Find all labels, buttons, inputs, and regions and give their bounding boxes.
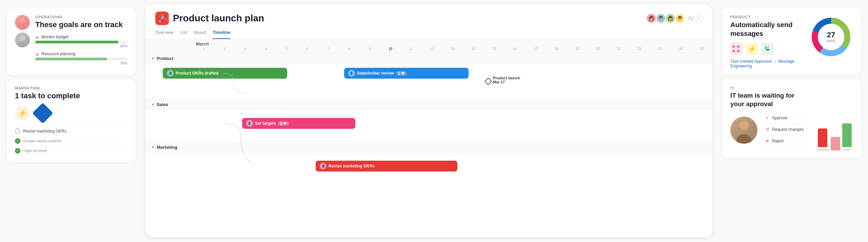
timeline-title-left: 🚀 Product launch plan	[155, 12, 264, 25]
day-15: 15	[484, 47, 505, 52]
bc-label-1: Planning	[817, 148, 829, 152]
task-list: Revise marketing OKRs Create social cont…	[15, 126, 127, 156]
approval-approve[interactable]: ✓ Approve	[762, 113, 807, 123]
bolt-icon: ⚡	[15, 106, 30, 121]
svg-rect-5	[765, 50, 767, 52]
bar-chart: Planning Sales	[815, 124, 853, 152]
day-21: 21	[608, 47, 629, 52]
progress-bg-2	[35, 58, 127, 60]
milestone-product: Product launchMar 17	[486, 79, 491, 84]
reject-label: Reject	[772, 139, 784, 143]
product-content: PRODUCT Automatically send messages ⚡	[730, 15, 804, 68]
chevron-marketing: ▼	[151, 145, 155, 149]
bar-label-1: Product OKRs drafted	[176, 71, 218, 76]
goal-resource-planning: Resource planning 78%	[35, 52, 127, 65]
integration-icons: ⚡	[730, 43, 804, 55]
swimlane-product: ▼ Product 👤 Product OKRs drafted 👤 Stake…	[146, 53, 712, 99]
approval-request-changes[interactable]: ↺ Request changes	[762, 124, 807, 135]
request-changes-icon: ↺	[765, 127, 769, 132]
day-22: 22	[629, 47, 650, 52]
marketing-title: 1 task to complete	[15, 92, 127, 100]
bar-revise-marketing[interactable]: 👤 Revise marketing OKRs	[316, 161, 457, 172]
marketing-header: MARKETING 1 task to complete	[15, 86, 127, 100]
swimlane-marketing: ▼ Marketing 👤 Revise marketing OKRs	[146, 141, 712, 184]
operations-section-label: OPERATIONS	[35, 15, 127, 19]
bc-bar-1	[818, 128, 827, 147]
bar-label-3: Set targets	[255, 121, 276, 126]
tab-timeline[interactable]: Timeline	[213, 30, 231, 39]
day-5: 5	[276, 47, 297, 52]
day-16: 16	[505, 47, 525, 52]
chevron-product: ▼	[151, 57, 155, 60]
it-avatar-row: ✓ Approve ↺ Request changes ✕ Reject	[730, 113, 810, 147]
donut-label: tasks	[827, 39, 835, 43]
check-empty-icon	[15, 128, 20, 134]
ops-content: OPERATIONS These goals are on track Moni…	[35, 15, 127, 68]
tab-list[interactable]: List	[180, 30, 187, 39]
it-avatar	[730, 117, 757, 144]
bar-stakeholder[interactable]: 👤 Stakeholder review 1 💬	[344, 68, 469, 79]
it-section-label: IT	[730, 86, 810, 90]
it-approvals: ✓ Approve ↺ Request changes ✕ Reject	[762, 113, 807, 147]
bar-product-okrs[interactable]: 👤 Product OKRs drafted	[163, 68, 287, 79]
task-item-2[interactable]: Create social content	[15, 136, 127, 146]
left-panel: OPERATIONS These goals are on track Moni…	[0, 0, 142, 242]
bc-bar-2	[831, 137, 840, 150]
bar-badge-2: 2 💬	[278, 121, 289, 126]
goal-label-2: Resource planning	[41, 52, 75, 56]
svg-point-1	[18, 24, 27, 30]
operations-card: OPERATIONS These goals are on track Moni…	[7, 8, 136, 75]
add-member-button[interactable]: +	[694, 14, 703, 22]
bar-avatar-1: 👤	[167, 70, 174, 77]
swimlane-body-product: 👤 Product OKRs drafted 👤 Stakeholder rev…	[146, 64, 712, 98]
member-count: 71	[688, 16, 693, 21]
reject-icon: ✕	[765, 138, 769, 144]
it-content: IT IT team is waiting for your approval …	[730, 86, 810, 152]
svg-point-0	[19, 17, 25, 23]
task-item-3[interactable]: Align on brief	[15, 146, 127, 156]
swimlane-body-sales: 👤 Set targets 2 💬	[146, 110, 712, 141]
right-panel: PRODUCT Automatically send messages ⚡	[715, 0, 868, 242]
marketing-card: MARKETING 1 task to complete ⚡ Revise ma…	[7, 79, 136, 162]
approval-reject[interactable]: ✕ Reject	[762, 136, 807, 146]
member-avatar-1: 👩	[646, 13, 656, 23]
day-19: 19	[567, 47, 588, 52]
zapier-icon: ⚡	[746, 43, 758, 55]
bar-set-targets[interactable]: 👤 Set targets 2 💬	[242, 118, 355, 129]
it-title: IT team is waiting for your approval	[730, 92, 810, 108]
task-item-1[interactable]: Revise marketing OKRs	[15, 126, 127, 136]
tab-board[interactable]: Board	[194, 30, 206, 39]
swimlane-header-product[interactable]: ▼ Product	[146, 53, 712, 64]
product-card: PRODUCT Automatically send messages ⚡	[722, 8, 861, 75]
timeline-title-row: 🚀 Product launch plan 👩 👨 👩 👨 71 +	[155, 12, 703, 25]
svg-rect-6	[767, 49, 770, 51]
approve-label: Approve	[772, 116, 787, 120]
swimlane-header-sales[interactable]: ▼ Sales	[146, 99, 712, 110]
timeline-ruler: March 1 2 3 4 5 6 7 8 9 10 11 12 13 14 1…	[146, 39, 712, 53]
product-action[interactable]: Task marked Approved → Message Engineeri…	[730, 59, 804, 68]
progress-label-1: 90%	[35, 44, 127, 48]
task-label-2: Create social content	[23, 139, 61, 143]
it-card: IT IT team is waiting for your approval …	[722, 79, 861, 158]
operations-title: These goals are on track	[35, 20, 127, 29]
avatar-2	[15, 33, 30, 47]
member-avatar-3: 👩	[665, 13, 675, 23]
progress-fill-1	[35, 41, 118, 43]
approve-icon: ✓	[765, 115, 769, 121]
day-13: 13	[442, 47, 463, 52]
task-label-1: Revise marketing OKRs	[23, 129, 66, 134]
avatar-1	[15, 15, 30, 30]
day-11: 11	[401, 47, 421, 52]
swimlane-header-marketing[interactable]: ▼ Marketing	[146, 141, 712, 153]
request-changes-label: Request changes	[772, 127, 804, 132]
chevron-sales: ▼	[151, 103, 155, 106]
day-23: 23	[650, 47, 670, 52]
center-panel: 🚀 Product launch plan 👩 👨 👩 👨 71 + Overv…	[146, 5, 712, 237]
day-6: 6	[297, 47, 318, 52]
day-17: 17	[525, 47, 546, 52]
bar-label-4: Revise marketing OKRs	[329, 164, 375, 168]
it-right: Planning Sales	[815, 86, 853, 152]
day-14: 14	[463, 47, 484, 52]
tab-overview[interactable]: Overview	[155, 30, 174, 39]
slack-icon	[762, 43, 774, 55]
